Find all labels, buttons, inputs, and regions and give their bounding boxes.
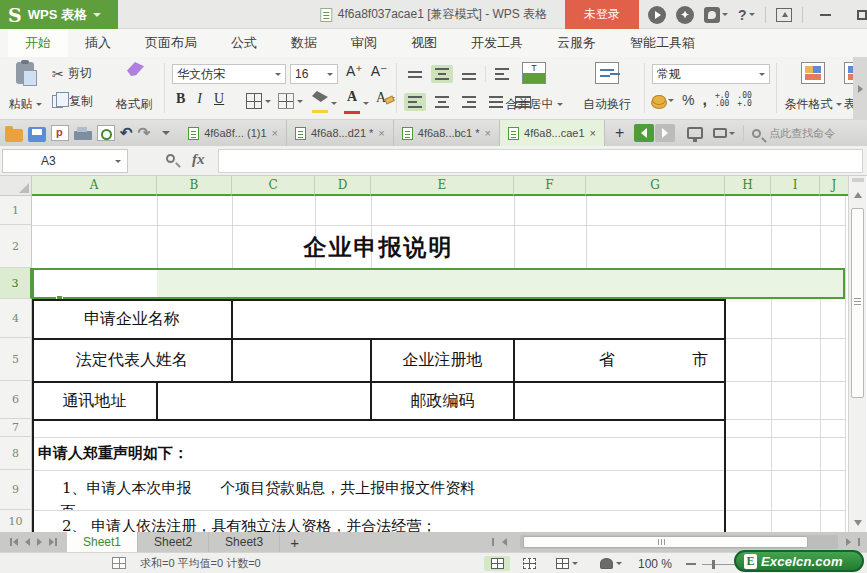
page-break-view-button[interactable] bbox=[516, 556, 542, 571]
cell-postcode-label[interactable]: 邮政编码 bbox=[371, 383, 514, 419]
cell-declaration-heading[interactable]: 申请人郑重声明如下： bbox=[38, 437, 438, 470]
cell-reg-place-label[interactable]: 企业注册地 bbox=[371, 340, 514, 381]
column-header-g[interactable]: G bbox=[586, 176, 725, 196]
row-header-7[interactable]: 7 bbox=[0, 419, 32, 437]
comma-style-button[interactable]: , bbox=[702, 91, 706, 109]
cell-item-1[interactable]: 1、申请人本次申报 个项目贷款贴息，共上报申报文件资料 bbox=[62, 476, 682, 500]
cut-button[interactable]: ✂剪切 bbox=[52, 65, 92, 82]
ribbon-scroll-button[interactable] bbox=[853, 57, 867, 120]
tab-page-layout[interactable]: 页面布局 bbox=[128, 29, 214, 57]
skin-menu[interactable] bbox=[704, 7, 728, 23]
scroll-right-icon[interactable] bbox=[846, 538, 851, 546]
align-right-button[interactable] bbox=[458, 93, 480, 111]
row-header-8[interactable]: 8 bbox=[0, 437, 32, 470]
select-all-button[interactable] bbox=[0, 176, 32, 196]
bold-button[interactable]: B bbox=[176, 91, 185, 107]
close-tab-icon[interactable]: × bbox=[272, 127, 278, 139]
align-top-button[interactable] bbox=[404, 65, 426, 83]
currency-button[interactable] bbox=[652, 95, 674, 105]
conditional-format-button[interactable]: 条件格式 bbox=[782, 60, 844, 117]
split-handle[interactable] bbox=[852, 178, 864, 182]
tab-smart-toolbox[interactable]: 智能工具箱 bbox=[613, 29, 712, 57]
underline-button[interactable]: U bbox=[214, 91, 224, 107]
export-pdf-icon[interactable] bbox=[51, 125, 69, 141]
print-icon[interactable] bbox=[74, 131, 92, 140]
tab-list-button[interactable] bbox=[713, 128, 735, 138]
tab-scroll-right-button[interactable] bbox=[655, 124, 675, 142]
normal-view-button[interactable] bbox=[484, 556, 510, 571]
maximize-button[interactable] bbox=[849, 0, 867, 29]
save-icon[interactable] bbox=[28, 127, 46, 142]
redo-icon[interactable]: ↷ bbox=[138, 124, 151, 142]
row-header-9[interactable]: 9 bbox=[0, 470, 32, 510]
collapse-ribbon-icon[interactable] bbox=[776, 8, 792, 22]
row-header-5[interactable]: 5 bbox=[0, 338, 32, 381]
close-tab-icon[interactable]: × bbox=[485, 127, 491, 139]
fill-color-button[interactable] bbox=[312, 91, 337, 116]
cell-address-label[interactable]: 通讯地址 bbox=[32, 383, 157, 419]
row-header-6[interactable]: 6 bbox=[0, 381, 32, 419]
add-sheet-button[interactable]: + bbox=[280, 532, 309, 552]
zoom-slider-handle[interactable] bbox=[712, 560, 715, 569]
row-header-2[interactable]: 2 bbox=[0, 225, 32, 268]
active-cell-a3[interactable] bbox=[34, 270, 157, 297]
copy-button[interactable]: 复制 bbox=[52, 93, 93, 110]
customize-toolbar-icon[interactable] bbox=[162, 131, 170, 135]
open-file-icon[interactable] bbox=[5, 129, 23, 142]
cell-company-name-label[interactable]: 申请企业名称 bbox=[32, 301, 232, 338]
column-header-h[interactable]: H bbox=[725, 176, 771, 196]
document-tab-4-active[interactable]: 4f6a8...cae1 × bbox=[500, 120, 605, 146]
scroll-down-icon[interactable] bbox=[854, 520, 862, 526]
scroll-up-icon[interactable] bbox=[854, 192, 862, 198]
zoom-out-button[interactable] bbox=[686, 563, 696, 565]
workspace-icon[interactable] bbox=[687, 127, 703, 139]
document-tab-1[interactable]: 4f6a8f... (1)1 × bbox=[180, 120, 287, 146]
reading-mode-button[interactable] bbox=[594, 556, 628, 571]
italic-button[interactable]: I bbox=[197, 91, 202, 107]
column-header-b[interactable]: B bbox=[157, 176, 232, 196]
shrink-font-button[interactable]: A⁻ bbox=[371, 63, 388, 79]
column-header-a[interactable]: A bbox=[32, 176, 157, 196]
scroll-left-icon[interactable] bbox=[502, 538, 507, 546]
tab-data[interactable]: 数据 bbox=[274, 29, 334, 57]
cell-title[interactable]: 企业申报说明 bbox=[32, 228, 725, 266]
page-layout-view-button[interactable] bbox=[550, 556, 584, 571]
merge-center-button[interactable]: T 合并居中 bbox=[498, 60, 570, 117]
grow-font-button[interactable]: A⁺ bbox=[346, 63, 363, 79]
cell-province-label[interactable]: 省 bbox=[595, 340, 619, 381]
align-center-button[interactable] bbox=[431, 93, 453, 111]
column-header-i[interactable]: I bbox=[771, 176, 820, 196]
last-sheet-button[interactable] bbox=[49, 538, 57, 546]
column-header-j[interactable]: J bbox=[820, 176, 848, 196]
document-tab-2[interactable]: 4f6a8...d21 * × bbox=[287, 120, 394, 146]
minimize-button[interactable] bbox=[813, 0, 839, 29]
draw-border-button[interactable] bbox=[278, 93, 303, 109]
previous-sheet-button[interactable] bbox=[25, 538, 30, 546]
column-header-d[interactable]: D bbox=[315, 176, 371, 196]
new-document-tab-button[interactable]: + bbox=[605, 124, 634, 142]
increase-decimal-button[interactable]: +.0 .00 bbox=[715, 92, 729, 108]
cell-city-label[interactable]: 市 bbox=[688, 340, 712, 381]
close-tab-icon[interactable]: × bbox=[378, 127, 384, 139]
tab-view[interactable]: 视图 bbox=[394, 29, 454, 57]
row-header-10[interactable]: 10 bbox=[0, 510, 32, 532]
number-format-select[interactable]: 常规 bbox=[652, 64, 770, 84]
font-color-button[interactable]: A bbox=[344, 90, 369, 117]
decrease-decimal-button[interactable]: .00 +.0 bbox=[737, 92, 751, 108]
sheet-tab-sheet3[interactable]: Sheet3 bbox=[209, 532, 280, 552]
row-header-1[interactable]: 1 bbox=[0, 196, 32, 225]
name-box[interactable]: A3 bbox=[2, 149, 128, 173]
tab-formulas[interactable]: 公式 bbox=[214, 29, 274, 57]
first-sheet-button[interactable] bbox=[10, 538, 18, 546]
percent-button[interactable]: % bbox=[682, 92, 694, 108]
clear-format-button[interactable]: A bbox=[376, 90, 395, 106]
wrap-text-button[interactable]: 自动换行 bbox=[576, 60, 638, 117]
column-header-f[interactable]: F bbox=[514, 176, 586, 196]
wps-club-icon[interactable] bbox=[676, 6, 694, 24]
close-tab-icon[interactable]: × bbox=[590, 127, 596, 139]
column-header-e[interactable]: E bbox=[371, 176, 514, 196]
font-name-select[interactable]: 华文仿宋 bbox=[172, 64, 286, 84]
tab-review[interactable]: 审阅 bbox=[334, 29, 394, 57]
help-menu[interactable]: ? bbox=[738, 7, 755, 23]
font-size-select[interactable]: 16 bbox=[290, 64, 338, 84]
